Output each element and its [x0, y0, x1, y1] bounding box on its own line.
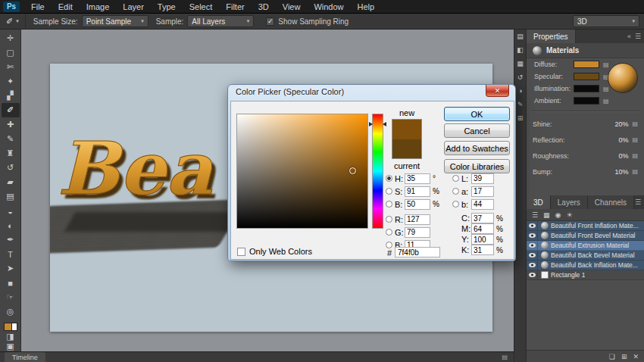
color-field[interactable]: [236, 114, 368, 229]
color-mode-radio[interactable]: [452, 188, 459, 195]
scene-list-item[interactable]: Beautiful Front Inflation Mate...: [527, 221, 644, 231]
tool-preset-picker[interactable]: ✐ ▾: [0, 14, 26, 30]
eyedropper-tool[interactable]: ✐: [2, 103, 20, 117]
panel-tab[interactable]: Channels: [588, 195, 634, 209]
marquee-tool[interactable]: ▢: [2, 45, 20, 60]
lasso-tool[interactable]: ✄: [2, 60, 20, 74]
path-selection-tool[interactable]: ➤: [2, 261, 20, 276]
menu-item[interactable]: Help: [351, 0, 382, 14]
color-value-input[interactable]: [471, 234, 494, 245]
swatches-panel-icon[interactable]: ▦: [517, 61, 524, 67]
workspace-switcher[interactable]: 3D ▾: [573, 15, 639, 27]
color-value-input[interactable]: [471, 199, 494, 210]
history-brush-tool[interactable]: ↺: [2, 161, 20, 175]
duplicate-icon[interactable]: ❏: [609, 353, 615, 360]
hue-slider[interactable]: [372, 114, 383, 229]
scene-list-item[interactable]: Beautiful Extrusion Material: [527, 241, 644, 251]
ok-button[interactable]: OK: [444, 107, 510, 121]
add-to-swatches-button[interactable]: Add to Swatches: [444, 141, 510, 155]
tab-timeline[interactable]: Timeline: [5, 352, 45, 362]
texture-menu-icon[interactable]: ▤: [632, 120, 638, 127]
scene-list-item[interactable]: Beautiful Back Bevel Material: [527, 251, 644, 261]
visibility-cell[interactable]: [527, 261, 538, 270]
menu-item[interactable]: Select: [183, 0, 220, 14]
texture-menu-icon[interactable]: ▤: [632, 152, 638, 159]
color-value-input[interactable]: [405, 199, 430, 210]
color-value-input[interactable]: [405, 227, 430, 238]
material-color-chip[interactable]: [574, 73, 599, 80]
material-slider-value[interactable]: 0%: [618, 136, 628, 144]
visibility-cell[interactable]: [527, 221, 538, 230]
menu-item[interactable]: Filter: [219, 0, 251, 14]
delete-icon[interactable]: ✕: [633, 353, 639, 360]
visibility-cell[interactable]: [527, 241, 538, 250]
zoom-tool[interactable]: ◎: [2, 304, 20, 319]
clone-stamp-tool[interactable]: ♜: [2, 146, 20, 161]
scene-list-item[interactable]: Rectangle 1: [527, 270, 644, 280]
color-value-input[interactable]: [471, 213, 494, 223]
gradient-tool[interactable]: ▤: [2, 189, 20, 204]
color-mode-radio[interactable]: [386, 201, 392, 208]
filter-light-icon[interactable]: ☀: [566, 211, 572, 219]
scene-list-item[interactable]: Beautiful Front Bevel Material: [527, 231, 644, 241]
color-value-input[interactable]: [405, 186, 430, 197]
material-slider-value[interactable]: 0%: [618, 152, 628, 160]
filter-mesh-icon[interactable]: ▦: [543, 211, 550, 219]
scene-list-item[interactable]: Beautiful Back Inflation Mate...: [527, 261, 644, 270]
screen-mode-button[interactable]: ▣: [2, 342, 20, 351]
material-color-chip[interactable]: [574, 85, 599, 92]
menu-item[interactable]: File: [24, 0, 52, 14]
eraser-tool[interactable]: ▰: [2, 175, 20, 189]
cancel-button[interactable]: Cancel: [444, 123, 510, 138]
color-value-input[interactable]: [405, 173, 430, 184]
visibility-cell[interactable]: [527, 231, 538, 240]
clone-source-panel-icon[interactable]: ⊞: [517, 115, 524, 122]
hex-input[interactable]: [395, 247, 440, 257]
timeline-menu-icon[interactable]: ▤: [502, 354, 508, 360]
color-mode-radio[interactable]: [452, 201, 459, 208]
panel-tab[interactable]: Layers: [551, 195, 588, 209]
color-value-input[interactable]: [471, 223, 494, 234]
collapse-panels-icon[interactable]: «: [627, 33, 631, 40]
current-color-swatch[interactable]: [392, 139, 421, 159]
show-sampling-ring-checkbox[interactable]: ✓: [266, 17, 274, 26]
dodge-tool[interactable]: ◐: [2, 218, 20, 232]
move-tool[interactable]: ✛: [2, 31, 20, 45]
color-mode-radio[interactable]: [386, 229, 392, 236]
history-panel-icon[interactable]: ↺: [517, 74, 524, 81]
visibility-cell[interactable]: [527, 270, 538, 279]
quick-selection-tool[interactable]: ✦: [2, 74, 20, 89]
close-icon[interactable]: ✕: [486, 85, 509, 97]
texture-menu-icon[interactable]: ▤: [632, 136, 638, 143]
blur-tool[interactable]: ◒: [2, 204, 20, 218]
panel-menu-icon[interactable]: ☰: [635, 33, 641, 40]
color-mode-radio[interactable]: [386, 188, 392, 195]
material-slider-value[interactable]: 20%: [614, 120, 628, 128]
color-value-input[interactable]: [471, 245, 494, 255]
color-value-input[interactable]: [471, 173, 494, 184]
new-item-icon[interactable]: ⊞: [621, 353, 627, 360]
foreground-background-swatches[interactable]: [3, 322, 18, 332]
type-tool[interactable]: T: [2, 247, 20, 261]
brush-tool[interactable]: ✎: [2, 132, 20, 146]
pen-tool[interactable]: ✒: [2, 232, 20, 247]
visibility-cell[interactable]: [527, 251, 538, 260]
material-preview-sphere[interactable]: [608, 63, 638, 93]
color-mode-radio[interactable]: [386, 175, 392, 182]
color-value-input[interactable]: [471, 186, 494, 197]
menu-item[interactable]: View: [276, 0, 308, 14]
info-panel-icon[interactable]: ◧: [517, 47, 524, 54]
styles-panel-icon[interactable]: ✎: [517, 101, 524, 108]
panel-menu-icon[interactable]: ☰: [635, 198, 641, 206]
menu-item[interactable]: Image: [80, 0, 117, 14]
texture-menu-icon[interactable]: ▤: [632, 168, 638, 175]
shape-tool[interactable]: ■: [2, 276, 20, 290]
hue-slider-marker[interactable]: [369, 122, 386, 127]
only-web-colors-checkbox[interactable]: [237, 248, 245, 256]
sample-size-dropdown[interactable]: Point Sample ▾: [82, 15, 148, 27]
foreground-color-swatch[interactable]: [4, 323, 12, 331]
adjustments-panel-icon[interactable]: ◑: [518, 88, 522, 95]
texture-menu-icon[interactable]: ▤: [603, 86, 609, 92]
tab-properties[interactable]: Properties: [527, 30, 576, 43]
color-value-input[interactable]: [405, 214, 430, 225]
